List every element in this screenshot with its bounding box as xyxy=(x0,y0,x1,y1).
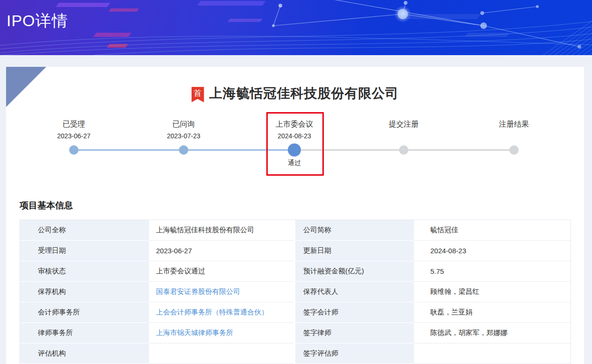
field-value: 5.75 xyxy=(414,261,571,282)
field-label: 签字评估师 xyxy=(294,343,414,364)
first-issue-badge: 首 xyxy=(192,87,204,102)
step-result-dot xyxy=(509,145,519,155)
step-accepted-label: 已受理 xyxy=(34,120,114,129)
company-name: 上海毓恬冠佳科技股份有限公司 xyxy=(209,85,399,102)
sponsor-link[interactable]: 国泰君安证券股份有限公司 xyxy=(156,287,240,295)
step-register-dot xyxy=(399,145,408,155)
table-row: 律师事务所 上海市锦天城律师事务所 签字律师 陈德武，胡家军，郑娜娜 xyxy=(20,323,571,343)
accounting-firm-link[interactable]: 上会会计师事务所（特殊普通合伙） xyxy=(156,308,268,316)
section-title-basic-info: 项目基本信息 xyxy=(20,200,570,212)
field-label: 公司全称 xyxy=(20,220,149,241)
step-accepted-dot xyxy=(69,145,78,155)
page-title: IPO详情 xyxy=(7,10,68,32)
step-result-label: 注册结果 xyxy=(474,120,554,129)
field-label: 更新日期 xyxy=(294,241,414,261)
field-label: 律师事务所 xyxy=(20,323,149,343)
field-value: 上海毓恬冠佳科技股份有限公司 xyxy=(149,220,294,241)
field-value: 顾维翰，梁昌红 xyxy=(414,282,571,302)
field-value: 陈德武，胡家军，郑娜娜 xyxy=(414,323,571,343)
step-inquired-dot xyxy=(179,145,188,155)
table-row: 评估机构 签字评估师 xyxy=(20,343,571,364)
step-inquired-date: 2023-07-23 xyxy=(144,132,223,140)
step-register-label: 提交注册 xyxy=(364,120,443,129)
table-row: 审核状态 上市委会议通过 预计融资金额(亿元) 5.75 xyxy=(20,261,571,282)
table-row: 受理日期 2023-06-27 更新日期 2024-08-23 xyxy=(20,241,571,261)
field-label: 签字律师 xyxy=(294,323,414,343)
company-title-row: 首上海毓恬冠佳科技股份有限公司 xyxy=(6,67,584,102)
header-decoration xyxy=(0,0,592,55)
field-label: 受理日期 xyxy=(20,241,149,261)
field-value xyxy=(414,343,571,364)
field-label: 会计师事务所 xyxy=(20,302,149,323)
basic-info-table: 公司全称 上海毓恬冠佳科技股份有限公司 公司简称 毓恬冠佳 受理日期 2023-… xyxy=(20,220,571,364)
law-firm-link[interactable]: 上海市锦天城律师事务所 xyxy=(156,328,233,336)
page-header: IPO详情 xyxy=(0,0,592,55)
field-label: 审核状态 xyxy=(20,261,149,282)
table-row: 保荐机构 国泰君安证券股份有限公司 保荐代表人 顾维翰，梁昌红 xyxy=(20,282,571,302)
highlight-box xyxy=(266,112,324,176)
ipo-progress-timeline: 已受理 2023-06-27 已问询 2023-07-23 上市委会议 2024… xyxy=(6,112,584,182)
field-value: 2024-08-23 xyxy=(414,241,571,261)
field-label: 保荐代表人 xyxy=(294,282,414,302)
field-label: 保荐机构 xyxy=(20,282,149,302)
step-inquired-label: 已问询 xyxy=(144,120,223,129)
field-value xyxy=(149,343,294,364)
field-label: 预计融资金额(亿元) xyxy=(294,261,414,282)
table-row: 会计师事务所 上会会计师事务所（特殊普通合伙） 签字会计师 耿磊，兰亚娟 xyxy=(20,302,571,323)
field-label: 公司简称 xyxy=(294,220,414,241)
field-label: 签字会计师 xyxy=(294,302,414,323)
field-value: 耿磊，兰亚娟 xyxy=(414,302,571,323)
field-label: 评估机构 xyxy=(20,343,149,364)
table-row: 公司全称 上海毓恬冠佳科技股份有限公司 公司简称 毓恬冠佳 xyxy=(20,220,571,241)
ipo-detail-card: 创业板 首上海毓恬冠佳科技股份有限公司 已受理 2023-06-27 已问询 2… xyxy=(6,67,584,364)
field-value: 毓恬冠佳 xyxy=(414,220,571,241)
field-value: 上市委会议通过 xyxy=(149,261,294,282)
step-accepted-date: 2023-06-27 xyxy=(34,132,114,140)
board-ribbon: 创业板 xyxy=(6,67,46,107)
field-value: 2023-06-27 xyxy=(149,241,294,261)
